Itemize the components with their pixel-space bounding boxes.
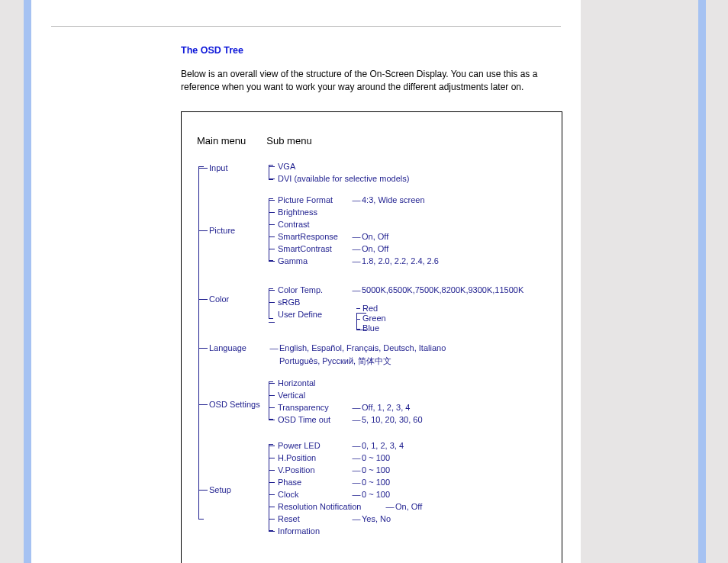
sub-language: —English, Español, Français, Deutsch, It… xyxy=(269,342,549,368)
user-define-colors: Red Green Blue xyxy=(356,310,386,334)
left-margin-stripe xyxy=(24,0,31,563)
sub-input: VGA DVI (available for selective models) xyxy=(269,160,549,185)
label-language: Language xyxy=(209,343,263,352)
header-sub-menu: Sub menu xyxy=(266,135,311,146)
main-item-language: Language —English, Español, Français, De… xyxy=(197,342,549,372)
sub-setup: Power LED—0, 1, 2, 3, 4 H.Position—0 ~ 1… xyxy=(269,439,549,537)
section-heading: The OSD Tree xyxy=(51,45,561,56)
main-item-input: Input VGA DVI (available for selective m… xyxy=(197,160,549,189)
label-osd-settings: OSD Settings xyxy=(209,400,269,409)
sub-color: Color Temp.—5000K,6500K,7500K,8200K,9300… xyxy=(269,284,549,336)
label-color: Color xyxy=(209,294,263,304)
main-item-osd-settings: OSD Settings Horizontal Vertical Transpa… xyxy=(197,377,549,435)
column-headers: Main menu Sub menu xyxy=(197,135,549,146)
main-item-color: Color Color Temp.—5000K,6500K,7500K,8200… xyxy=(197,284,549,337)
osd-tree: Input VGA DVI (available for selective m… xyxy=(197,160,549,554)
label-picture: Picture xyxy=(209,226,263,235)
sub-picture: Picture Format—4:3, Wide screen Brightne… xyxy=(269,194,549,267)
section-divider xyxy=(51,26,561,27)
section-intro: Below is an overall view of the structur… xyxy=(51,68,561,95)
header-main-menu: Main menu xyxy=(197,135,264,146)
page-content: The OSD Tree Below is an overall view of… xyxy=(31,0,581,563)
label-setup: Setup xyxy=(209,485,263,494)
main-item-picture: Picture Picture Format—4:3, Wide screen … xyxy=(197,194,549,279)
osd-tree-frame: Main menu Sub menu Input VGA DVI (availa… xyxy=(181,111,562,563)
right-margin-stripe xyxy=(698,0,706,563)
sub-osd-settings: Horizontal Vertical Transparency—Off, 1,… xyxy=(269,377,549,426)
main-item-setup: Setup Power LED—0, 1, 2, 3, 4 H.Position… xyxy=(197,439,549,554)
label-input: Input xyxy=(209,163,263,172)
